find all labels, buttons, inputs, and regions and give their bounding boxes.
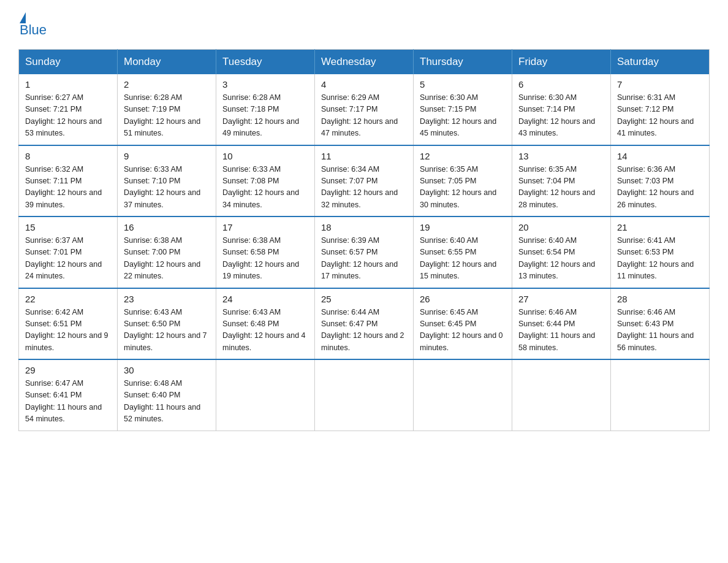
calendar-day-cell: 23Sunrise: 6:43 AMSunset: 6:50 PMDayligh… — [118, 288, 216, 360]
calendar-day-cell: 10Sunrise: 6:33 AMSunset: 7:08 PMDayligh… — [216, 145, 315, 217]
calendar-day-cell: 20Sunrise: 6:40 AMSunset: 6:54 PMDayligh… — [512, 216, 611, 288]
day-info: Sunrise: 6:29 AMSunset: 7:17 PMDaylight:… — [321, 92, 407, 140]
calendar-day-cell: 1Sunrise: 6:27 AMSunset: 7:21 PMDaylight… — [19, 74, 118, 145]
calendar-day-cell — [315, 359, 414, 431]
calendar-day-cell: 30Sunrise: 6:48 AMSunset: 6:40 PMDayligh… — [118, 359, 216, 431]
day-number: 30 — [124, 365, 210, 375]
calendar-day-cell: 25Sunrise: 6:44 AMSunset: 6:47 PMDayligh… — [315, 288, 414, 360]
day-info: Sunrise: 6:43 AMSunset: 6:48 PMDaylight:… — [222, 307, 308, 354]
day-number: 18 — [321, 222, 407, 232]
day-number: 1 — [25, 79, 111, 90]
calendar-day-cell: 2Sunrise: 6:28 AMSunset: 7:19 PMDaylight… — [118, 74, 216, 145]
calendar-week-row: 29Sunrise: 6:47 AMSunset: 6:41 PMDayligh… — [19, 359, 710, 431]
weekday-header-wednesday: Wednesday — [315, 50, 414, 75]
day-info: Sunrise: 6:40 AMSunset: 6:55 PMDaylight:… — [420, 235, 506, 283]
calendar-day-cell — [216, 359, 315, 431]
day-number: 21 — [617, 222, 703, 232]
day-number: 5 — [420, 79, 506, 90]
calendar-table: SundayMondayTuesdayWednesdayThursdayFrid… — [18, 49, 710, 431]
weekday-header-thursday: Thursday — [414, 50, 512, 75]
logo: Blue — [18, 12, 47, 38]
day-info: Sunrise: 6:42 AMSunset: 6:51 PMDaylight:… — [25, 307, 111, 354]
calendar-day-cell — [512, 359, 611, 431]
calendar-day-cell: 3Sunrise: 6:28 AMSunset: 7:18 PMDaylight… — [216, 74, 315, 145]
calendar-day-cell — [611, 359, 710, 431]
day-number: 9 — [124, 151, 210, 161]
day-info: Sunrise: 6:28 AMSunset: 7:18 PMDaylight:… — [222, 92, 308, 140]
day-info: Sunrise: 6:28 AMSunset: 7:19 PMDaylight:… — [124, 92, 210, 140]
day-info: Sunrise: 6:44 AMSunset: 6:47 PMDaylight:… — [321, 307, 407, 354]
day-number: 13 — [518, 151, 604, 161]
day-info: Sunrise: 6:39 AMSunset: 6:57 PMDaylight:… — [321, 235, 407, 283]
calendar-day-cell: 21Sunrise: 6:41 AMSunset: 6:53 PMDayligh… — [611, 216, 710, 288]
day-info: Sunrise: 6:37 AMSunset: 7:01 PMDaylight:… — [25, 235, 111, 283]
day-number: 4 — [321, 79, 407, 90]
day-number: 24 — [222, 294, 308, 304]
day-number: 25 — [321, 294, 407, 304]
day-number: 6 — [518, 79, 604, 90]
day-number: 2 — [124, 79, 210, 90]
day-info: Sunrise: 6:47 AMSunset: 6:41 PMDaylight:… — [25, 378, 111, 426]
weekday-header-row: SundayMondayTuesdayWednesdayThursdayFrid… — [19, 50, 710, 75]
calendar-week-row: 8Sunrise: 6:32 AMSunset: 7:11 PMDaylight… — [19, 145, 710, 217]
day-number: 19 — [420, 222, 506, 232]
day-info: Sunrise: 6:36 AMSunset: 7:03 PMDaylight:… — [617, 164, 703, 212]
calendar-week-row: 15Sunrise: 6:37 AMSunset: 7:01 PMDayligh… — [19, 216, 710, 288]
calendar-day-cell: 16Sunrise: 6:38 AMSunset: 7:00 PMDayligh… — [118, 216, 216, 288]
day-number: 20 — [518, 222, 604, 232]
day-info: Sunrise: 6:30 AMSunset: 7:15 PMDaylight:… — [420, 92, 506, 140]
page-header: Blue — [18, 12, 710, 38]
day-number: 7 — [617, 79, 703, 90]
day-number: 28 — [617, 294, 703, 304]
calendar-day-cell: 22Sunrise: 6:42 AMSunset: 6:51 PMDayligh… — [19, 288, 118, 360]
calendar-day-cell: 4Sunrise: 6:29 AMSunset: 7:17 PMDaylight… — [315, 74, 414, 145]
calendar-day-cell: 19Sunrise: 6:40 AMSunset: 6:55 PMDayligh… — [414, 216, 512, 288]
day-info: Sunrise: 6:34 AMSunset: 7:07 PMDaylight:… — [321, 164, 407, 212]
weekday-header-saturday: Saturday — [611, 50, 710, 75]
day-number: 22 — [25, 294, 111, 304]
day-info: Sunrise: 6:33 AMSunset: 7:10 PMDaylight:… — [124, 164, 210, 212]
calendar-day-cell: 24Sunrise: 6:43 AMSunset: 6:48 PMDayligh… — [216, 288, 315, 360]
calendar-day-cell: 13Sunrise: 6:35 AMSunset: 7:04 PMDayligh… — [512, 145, 611, 217]
calendar-day-cell: 11Sunrise: 6:34 AMSunset: 7:07 PMDayligh… — [315, 145, 414, 217]
day-info: Sunrise: 6:46 AMSunset: 6:43 PMDaylight:… — [617, 307, 703, 354]
day-info: Sunrise: 6:30 AMSunset: 7:14 PMDaylight:… — [518, 92, 604, 140]
day-number: 15 — [25, 222, 111, 232]
calendar-day-cell: 8Sunrise: 6:32 AMSunset: 7:11 PMDaylight… — [19, 145, 118, 217]
calendar-day-cell: 27Sunrise: 6:46 AMSunset: 6:44 PMDayligh… — [512, 288, 611, 360]
day-number: 16 — [124, 222, 210, 232]
calendar-day-cell: 12Sunrise: 6:35 AMSunset: 7:05 PMDayligh… — [414, 145, 512, 217]
day-info: Sunrise: 6:27 AMSunset: 7:21 PMDaylight:… — [25, 92, 111, 140]
day-info: Sunrise: 6:48 AMSunset: 6:40 PMDaylight:… — [124, 378, 210, 426]
calendar-week-row: 1Sunrise: 6:27 AMSunset: 7:21 PMDaylight… — [19, 74, 710, 145]
day-info: Sunrise: 6:35 AMSunset: 7:05 PMDaylight:… — [420, 164, 506, 212]
day-number: 23 — [124, 294, 210, 304]
day-info: Sunrise: 6:32 AMSunset: 7:11 PMDaylight:… — [25, 164, 111, 212]
calendar-day-cell: 7Sunrise: 6:31 AMSunset: 7:12 PMDaylight… — [611, 74, 710, 145]
calendar-day-cell: 28Sunrise: 6:46 AMSunset: 6:43 PMDayligh… — [611, 288, 710, 360]
day-info: Sunrise: 6:33 AMSunset: 7:08 PMDaylight:… — [222, 164, 308, 212]
calendar-day-cell: 18Sunrise: 6:39 AMSunset: 6:57 PMDayligh… — [315, 216, 414, 288]
weekday-header-friday: Friday — [512, 50, 611, 75]
calendar-day-cell: 15Sunrise: 6:37 AMSunset: 7:01 PMDayligh… — [19, 216, 118, 288]
day-info: Sunrise: 6:31 AMSunset: 7:12 PMDaylight:… — [617, 92, 703, 140]
day-number: 10 — [222, 151, 308, 161]
day-number: 17 — [222, 222, 308, 232]
weekday-header-tuesday: Tuesday — [216, 50, 315, 75]
day-number: 8 — [25, 151, 111, 161]
day-number: 3 — [222, 79, 308, 90]
day-info: Sunrise: 6:38 AMSunset: 7:00 PMDaylight:… — [124, 235, 210, 283]
calendar-week-row: 22Sunrise: 6:42 AMSunset: 6:51 PMDayligh… — [19, 288, 710, 360]
day-number: 27 — [518, 294, 604, 304]
day-number: 12 — [420, 151, 506, 161]
calendar-day-cell: 17Sunrise: 6:38 AMSunset: 6:58 PMDayligh… — [216, 216, 315, 288]
weekday-header-monday: Monday — [118, 50, 216, 75]
day-info: Sunrise: 6:40 AMSunset: 6:54 PMDaylight:… — [518, 235, 604, 283]
day-info: Sunrise: 6:38 AMSunset: 6:58 PMDaylight:… — [222, 235, 308, 283]
day-number: 29 — [25, 365, 111, 375]
calendar-day-cell: 6Sunrise: 6:30 AMSunset: 7:14 PMDaylight… — [512, 74, 611, 145]
day-info: Sunrise: 6:45 AMSunset: 6:45 PMDaylight:… — [420, 307, 506, 354]
day-info: Sunrise: 6:35 AMSunset: 7:04 PMDaylight:… — [518, 164, 604, 212]
logo-subtitle: Blue — [20, 22, 47, 38]
day-number: 11 — [321, 151, 407, 161]
